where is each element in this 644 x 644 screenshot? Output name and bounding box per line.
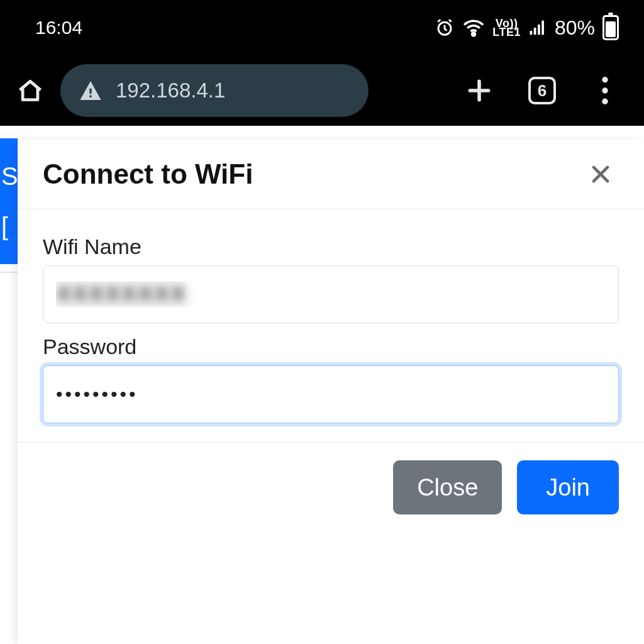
svg-point-5 <box>602 87 608 93</box>
join-button[interactable]: Join <box>517 460 619 514</box>
svg-rect-3 <box>89 96 91 97</box>
more-vertical-icon <box>602 77 608 104</box>
battery-percent: 80% <box>555 16 595 40</box>
home-icon <box>16 77 44 104</box>
modal-body: Wifi Name Password <box>18 209 644 443</box>
browser-toolbar: 192.168.4.1 6 <box>0 55 644 126</box>
address-bar[interactable]: 192.168.4.1 <box>60 64 369 117</box>
android-status-bar: 16:04 Vo)) LTE1 80% <box>0 0 644 55</box>
address-bar-url: 192.168.4.1 <box>116 79 225 103</box>
modal-close-button[interactable] <box>589 162 619 186</box>
wifi-name-input[interactable] <box>43 265 619 323</box>
not-secure-icon <box>78 78 103 103</box>
password-label: Password <box>43 335 619 359</box>
modal-header: Connect to WiFi <box>18 140 644 209</box>
home-button[interactable] <box>13 73 48 108</box>
svg-point-6 <box>602 99 608 104</box>
overflow-menu-button[interactable] <box>587 73 623 108</box>
svg-point-4 <box>602 77 608 82</box>
new-tab-button[interactable] <box>462 73 497 108</box>
svg-point-1 <box>472 33 475 36</box>
password-input[interactable] <box>43 365 619 423</box>
tabs-count-box: 6 <box>528 77 556 104</box>
volte-indicator: Vo)) LTE1 <box>492 19 521 37</box>
close-button[interactable]: Close <box>393 460 502 514</box>
close-icon <box>589 162 613 186</box>
modal-title: Connect to WiFi <box>43 158 253 190</box>
wifi-icon <box>462 18 485 37</box>
battery-icon <box>602 15 619 40</box>
plus-icon <box>465 77 493 104</box>
tabs-button[interactable]: 6 <box>525 73 560 108</box>
status-time: 16:04 <box>35 17 82 38</box>
modal-footer: Close Join <box>18 443 644 540</box>
tabs-count: 6 <box>538 81 547 101</box>
svg-rect-2 <box>89 89 91 94</box>
connect-wifi-modal: Connect to WiFi Wifi Name Password Close… <box>18 140 644 644</box>
status-right-cluster: Vo)) LTE1 80% <box>435 15 619 40</box>
wifi-name-label: Wifi Name <box>43 235 619 259</box>
alarm-icon <box>435 18 455 38</box>
background-page-peek: S[ <box>0 138 18 264</box>
signal-icon <box>528 19 547 36</box>
